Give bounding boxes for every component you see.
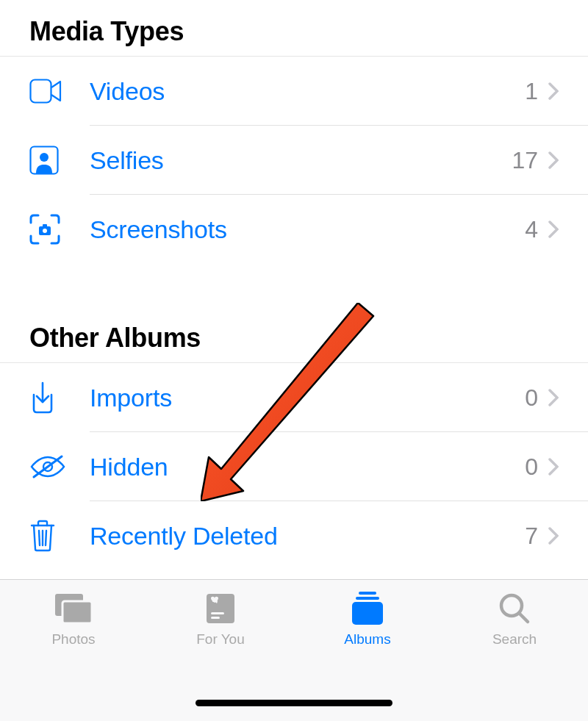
tab-label: Search: [492, 631, 537, 648]
chevron-right-icon: [548, 220, 559, 238]
for-you-card-icon: [205, 590, 236, 627]
albums-stack-icon: [350, 590, 385, 627]
row-count: 0: [525, 453, 538, 481]
home-indicator[interactable]: [196, 700, 392, 706]
svg-rect-19: [352, 602, 383, 625]
search-icon: [498, 590, 531, 627]
photos-stack-icon: [53, 590, 94, 627]
svg-rect-4: [43, 224, 47, 227]
svg-rect-15: [211, 612, 224, 614]
svg-rect-17: [359, 592, 376, 595]
svg-line-10: [46, 531, 46, 545]
tab-bar: Photos For You Albums: [0, 579, 588, 721]
tab-label: Photos: [51, 631, 95, 648]
row-count: 7: [525, 523, 538, 550]
chevron-right-icon: [548, 527, 559, 545]
svg-point-2: [40, 153, 49, 162]
row-recently-deleted[interactable]: Recently Deleted 7: [0, 501, 588, 570]
row-label: Selfies: [90, 146, 512, 175]
chevron-right-icon: [548, 82, 559, 100]
other-albums-header: Other Albums: [0, 306, 588, 363]
import-download-icon: [29, 381, 90, 414]
row-imports[interactable]: Imports 0: [0, 363, 588, 432]
row-label: Imports: [90, 384, 525, 412]
row-count: 17: [512, 147, 538, 174]
svg-rect-0: [31, 80, 51, 103]
row-videos[interactable]: Videos 1: [0, 57, 588, 126]
svg-line-21: [520, 614, 528, 622]
tab-label: Albums: [344, 631, 390, 648]
row-screenshots[interactable]: Screenshots 4: [0, 195, 588, 264]
chevron-right-icon: [548, 151, 559, 169]
row-count: 4: [525, 216, 538, 243]
row-label: Recently Deleted: [90, 522, 525, 550]
screenshot-capture-icon: [29, 214, 90, 245]
svg-rect-13: [62, 601, 92, 623]
svg-point-5: [43, 229, 47, 233]
svg-rect-14: [207, 594, 234, 623]
tab-photos[interactable]: Photos: [0, 590, 147, 721]
row-label: Screenshots: [90, 215, 525, 244]
eye-hidden-icon: [29, 453, 90, 480]
trash-icon: [29, 520, 90, 552]
media-types-header: Media Types: [0, 0, 588, 57]
video-camera-icon: [29, 79, 90, 104]
row-hidden[interactable]: Hidden 0: [0, 432, 588, 501]
chevron-right-icon: [548, 458, 559, 476]
row-label: Videos: [90, 77, 525, 106]
svg-rect-16: [211, 617, 220, 619]
row-count: 1: [525, 78, 538, 105]
tab-label: For You: [196, 631, 245, 648]
tab-search[interactable]: Search: [441, 590, 588, 721]
selfie-person-icon: [29, 146, 90, 175]
svg-rect-18: [356, 597, 379, 600]
row-count: 0: [525, 384, 538, 412]
svg-line-8: [39, 531, 40, 545]
row-label: Hidden: [90, 453, 525, 481]
row-selfies[interactable]: Selfies 17: [0, 126, 588, 195]
chevron-right-icon: [548, 389, 559, 406]
